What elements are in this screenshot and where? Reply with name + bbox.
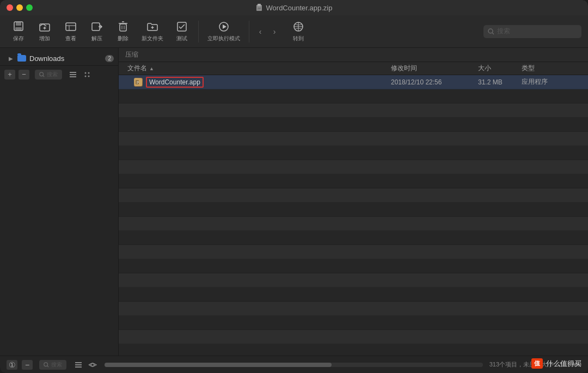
sidebar-search-box[interactable]: 搜索 — [35, 70, 62, 80]
nav-arrows: ‹ › — [254, 25, 281, 38]
goto-button[interactable]: 转到 — [287, 18, 309, 45]
svg-point-36 — [88, 75, 90, 77]
minimize-button[interactable] — [16, 4, 23, 11]
empty-row — [119, 302, 588, 316]
search-box[interactable]: 搜索 — [483, 25, 581, 38]
view-label: 查看 — [65, 35, 76, 42]
empty-row — [119, 259, 588, 273]
svg-rect-41 — [137, 83, 138, 84]
sidebar-item-downloads[interactable]: ▶ Downloads 2 — [0, 51, 118, 65]
file-list: WordCounter.app 2018/12/10 22:56 31.2 MB… — [119, 75, 588, 356]
empty-row — [119, 146, 588, 160]
file-size: 31.2 MB — [478, 78, 522, 86]
empty-row — [119, 103, 588, 118]
empty-row — [119, 203, 588, 217]
empty-row — [119, 89, 588, 103]
svg-line-29 — [43, 75, 45, 77]
svg-point-33 — [85, 72, 87, 74]
quick-run-button[interactable]: 立即执行模式 — [203, 18, 244, 45]
test-button[interactable]: 测试 — [170, 18, 194, 45]
new-folder-icon — [146, 20, 159, 33]
col-name-header[interactable]: 文件名 ▲ — [119, 64, 391, 73]
delete-button[interactable]: 删除 — [111, 18, 135, 45]
svg-marker-22 — [223, 25, 226, 29]
content-area: 压缩 文件名 ▲ 修改时间 大小 类型 — [119, 48, 588, 356]
goto-label: 转到 — [293, 35, 304, 42]
svg-rect-9 — [66, 23, 76, 30]
svg-rect-12 — [92, 23, 100, 30]
main-area: ▶ Downloads 2 + − 搜索 — [0, 48, 588, 356]
empty-rows — [119, 89, 588, 356]
col-size-header[interactable]: 大小 — [478, 64, 522, 73]
view-button[interactable]: 查看 — [59, 18, 83, 45]
scrollbar-thumb[interactable] — [105, 363, 332, 367]
quick-run-icon — [217, 20, 230, 33]
sidebar-remove-button[interactable]: − — [19, 70, 29, 80]
close-button[interactable] — [7, 4, 13, 11]
downloads-label: Downloads — [29, 54, 64, 63]
traffic-lights — [7, 4, 33, 11]
forward-button[interactable]: › — [268, 25, 281, 38]
quick-run-label: 立即执行模式 — [207, 35, 240, 42]
add-button[interactable]: 增加 — [33, 18, 57, 45]
file-date: 2018/12/10 22:56 — [391, 78, 478, 86]
sidebar-search-placeholder: 搜索 — [47, 71, 58, 78]
goto-icon — [292, 20, 305, 33]
status-add-button[interactable]: ① — [7, 360, 17, 370]
empty-row — [119, 132, 588, 146]
sidebar-search-icon — [39, 72, 45, 77]
delete-label: 删除 — [118, 35, 128, 42]
search-icon — [488, 28, 494, 35]
new-folder-label: 新文件夹 — [142, 35, 163, 42]
empty-row — [119, 174, 588, 188]
table-row[interactable]: WordCounter.app 2018/12/10 22:56 31.2 MB… — [119, 75, 588, 89]
compression-label: 压缩 — [125, 50, 138, 59]
search-placeholder: 搜索 — [497, 27, 510, 36]
status-search-box[interactable]: 搜索 — [39, 360, 66, 370]
extract-button[interactable]: 解压 — [85, 18, 109, 45]
col-type-header[interactable]: 类型 — [522, 64, 587, 73]
svg-rect-31 — [70, 74, 76, 75]
toolbar: 保存 增加 查看 — [0, 15, 588, 48]
svg-point-26 — [488, 29, 493, 33]
zip-file-icon: ZIP — [256, 4, 264, 11]
grid-view-icon[interactable] — [82, 70, 93, 80]
downloads-badge: 2 — [105, 55, 114, 62]
svg-point-34 — [88, 72, 90, 74]
sort-arrow-icon: ▲ — [149, 66, 154, 71]
window-title: ZIP WordCounter.app.zip — [256, 4, 333, 12]
svg-text:ZIP: ZIP — [258, 7, 261, 10]
status-remove-button[interactable]: − — [22, 360, 33, 370]
svg-rect-46 — [75, 366, 82, 368]
file-name-cell: WordCounter.app — [119, 77, 391, 88]
status-view-icons — [73, 360, 98, 370]
empty-row — [119, 288, 588, 302]
status-eye-icon[interactable] — [87, 360, 98, 370]
svg-rect-5 — [15, 27, 22, 30]
sidebar-bottom: + − 搜索 — [0, 65, 118, 83]
sidebar-add-button[interactable]: + — [4, 70, 15, 80]
status-list-view-icon[interactable] — [73, 360, 84, 370]
save-button[interactable]: 保存 — [7, 18, 30, 45]
svg-rect-4 — [16, 22, 21, 26]
section-header: 压缩 — [119, 48, 588, 62]
empty-row — [119, 245, 588, 259]
svg-rect-13 — [120, 24, 126, 31]
status-bar: ① − 搜索 — [0, 356, 588, 373]
new-folder-button[interactable]: 新文件夹 — [137, 18, 168, 45]
scrollbar-track[interactable] — [105, 363, 483, 367]
watermark-text: 什么值得买 — [546, 359, 581, 369]
save-label: 保存 — [13, 35, 24, 42]
col-date-header[interactable]: 修改时间 — [391, 64, 478, 73]
empty-row — [119, 330, 588, 344]
svg-line-27 — [492, 33, 494, 34]
watermark-logo: 值 — [531, 358, 543, 369]
maximize-button[interactable] — [26, 4, 33, 11]
svg-point-42 — [44, 362, 48, 366]
toolbar-separator-2 — [249, 21, 249, 42]
view-icon — [64, 20, 77, 33]
list-view-icon[interactable] — [68, 70, 78, 80]
svg-rect-39 — [137, 81, 139, 82]
back-button[interactable]: ‹ — [254, 25, 267, 38]
empty-row — [119, 316, 588, 330]
